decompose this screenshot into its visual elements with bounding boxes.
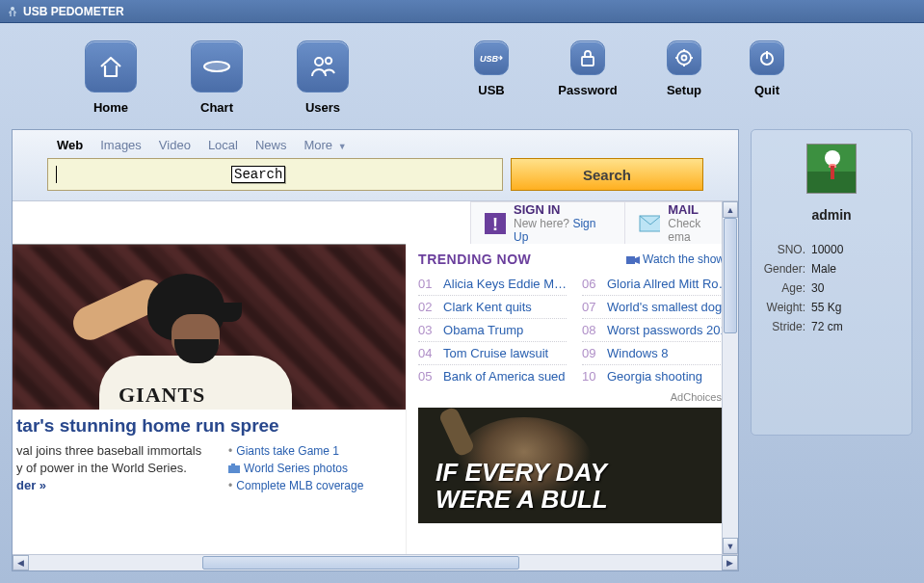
svg-point-8 (682, 56, 687, 61)
vertical-scrollbar[interactable]: ▲ ▼ (722, 201, 738, 554)
usb-label: USB (478, 83, 504, 97)
svg-rect-19 (231, 464, 235, 466)
scroll-down-arrow[interactable]: ▼ (723, 538, 738, 554)
related-link[interactable]: •Giants take Game 1 (228, 442, 402, 460)
search-input[interactable]: Search (47, 158, 503, 191)
svg-text:USB: USB (480, 54, 499, 64)
setup-label: Setup (667, 83, 701, 97)
home-button[interactable]: Home (58, 40, 164, 115)
profile-row: Gender:Male (759, 259, 904, 278)
scroll-left-arrow[interactable]: ◀ (13, 555, 29, 570)
profile-row: Weight:55 Kg (759, 298, 904, 317)
profile-row: Age:30 (759, 278, 904, 298)
password-label: Password (558, 83, 617, 97)
setup-button[interactable]: Setup (636, 40, 732, 97)
chart-label: Chart (200, 100, 233, 115)
trending-item[interactable]: 04Tom Cruise lawsuit (418, 342, 567, 365)
svg-text:!: ! (492, 215, 498, 234)
svg-point-3 (315, 58, 323, 66)
mail-title: MAIL (668, 202, 725, 217)
tab-images[interactable]: Images (100, 138, 142, 152)
video-icon (626, 255, 640, 265)
vscroll-thumb[interactable] (724, 218, 737, 333)
signin-title: SIGN IN (514, 202, 611, 217)
ad-banner[interactable]: IF EVERY DAY WERE A BULL (418, 408, 734, 523)
window-titlebar: USB PEDOMETER (0, 0, 924, 23)
signin-icon: ! (485, 213, 506, 234)
home-label: Home (93, 100, 128, 115)
svg-point-2 (204, 62, 229, 71)
quit-label: Quit (754, 83, 779, 97)
trending-item[interactable]: 05Bank of America sued (418, 365, 567, 387)
chart-button[interactable]: Chart (164, 40, 270, 115)
usb-button[interactable]: USB USB (443, 40, 540, 97)
trending-item[interactable]: 06Gloria Allred Mitt Ro… (582, 273, 734, 296)
trending-item[interactable]: 03Obama Trump (418, 319, 567, 342)
user-profile-panel: admin SNO.10000Gender:MaleAge:30Weight:5… (751, 129, 912, 436)
photo-icon (228, 464, 240, 473)
avatar (806, 144, 857, 194)
related-link[interactable]: World Series photos (228, 460, 402, 477)
search-placeholder-label: Search (231, 166, 285, 183)
watch-show-link[interactable]: Watch the show » (626, 252, 734, 266)
users-button[interactable]: Users (270, 40, 376, 115)
adchoices-label[interactable]: AdChoices ▷ (418, 387, 734, 408)
mail-icon (639, 213, 660, 234)
users-label: Users (305, 100, 340, 115)
svg-point-7 (677, 51, 691, 65)
hero-image[interactable]: GIANTS (13, 244, 406, 410)
search-tabs: Web Images Video Local News More ▼ (22, 136, 728, 158)
embedded-browser: Web Images Video Local News More ▼ Searc… (12, 129, 739, 571)
hero-summary: val joins three baseball immortals y of … (16, 442, 223, 495)
related-link[interactable]: •Complete MLB coverage (228, 477, 402, 494)
trending-item[interactable]: 09Windows 8 (582, 342, 734, 365)
tab-local[interactable]: Local (208, 138, 238, 152)
trending-item[interactable]: 07World's smallest dog (582, 296, 734, 319)
mail-sub: Check ema (668, 217, 725, 244)
hero-story: GIANTS tar's stunning home run spree val… (13, 244, 407, 570)
tab-web[interactable]: Web (57, 138, 83, 152)
trending-item[interactable]: 10Georgia shooting (582, 365, 734, 387)
hero-more-link[interactable]: der » (16, 478, 46, 492)
hero-related-links: •Giants take Game 1 World Series photos … (228, 442, 402, 495)
svg-rect-18 (228, 465, 240, 473)
trending-item[interactable]: 02Clark Kent quits (418, 296, 567, 319)
trending-item[interactable]: 01Alicia Keys Eddie M… (418, 273, 567, 296)
scroll-right-arrow[interactable]: ▶ (722, 555, 738, 570)
svg-rect-6 (582, 57, 594, 66)
window-title: USB PEDOMETER (23, 5, 124, 18)
tab-more[interactable]: More ▼ (304, 138, 346, 152)
main-toolbar: Home Chart Users USB USB Password Setup … (0, 23, 924, 129)
svg-point-0 (11, 7, 14, 11)
svg-point-4 (326, 58, 331, 64)
tab-news[interactable]: News (255, 138, 287, 152)
svg-rect-20 (626, 256, 635, 264)
trending-title: TRENDING NOW (418, 252, 531, 267)
app-body: Home Chart Users USB USB Password Setup … (0, 23, 924, 583)
tab-video[interactable]: Video (159, 138, 191, 152)
account-bar: ! SIGN IN New here? Sign Up MAIL Check e… (470, 201, 738, 244)
profile-row: SNO.10000 (759, 240, 904, 259)
search-button[interactable]: Search (511, 158, 703, 191)
password-button[interactable]: Password (540, 40, 636, 97)
profile-row: Stride:72 cm (759, 317, 904, 336)
hero-headline[interactable]: tar's stunning home run spree (16, 415, 402, 437)
scroll-up-arrow[interactable]: ▲ (723, 201, 738, 218)
trending-item[interactable]: 08Worst passwords 2012 (582, 319, 734, 342)
quit-button[interactable]: Quit (732, 40, 802, 97)
hscroll-thumb[interactable] (202, 556, 519, 570)
profile-username: admin (759, 207, 904, 223)
signin-block[interactable]: ! SIGN IN New here? Sign Up (470, 202, 624, 244)
horizontal-scrollbar[interactable]: ◀ ▶ (13, 554, 738, 570)
trending-panel: TRENDING NOW Watch the show » 01Alicia K… (407, 244, 738, 570)
